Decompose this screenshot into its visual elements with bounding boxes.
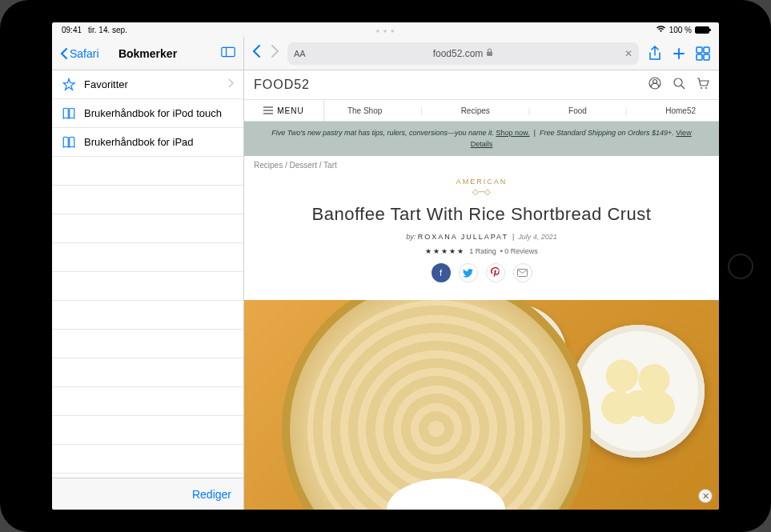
- site-header: FOOD52: [244, 70, 719, 99]
- share-email-button[interactable]: [513, 263, 532, 282]
- close-overlay-button[interactable]: ✕: [698, 489, 713, 503]
- nav-recipes[interactable]: Recipes: [453, 106, 498, 115]
- hamburger-icon: [263, 106, 273, 114]
- review-count[interactable]: 0 Reviews: [504, 247, 538, 255]
- screen: 09:41 tir. 14. sep. 100 % Safari: [52, 22, 719, 510]
- text-size-button[interactable]: AA: [294, 49, 306, 58]
- promo-text-1: Five Two's new pastry mat has tips, rule…: [271, 129, 494, 137]
- svg-rect-3: [697, 47, 702, 53]
- multitask-handle[interactable]: ● ● ●: [376, 27, 396, 34]
- nav-back-button[interactable]: [252, 44, 262, 62]
- browser-toolbar: AA food52.com ✕: [244, 37, 719, 70]
- search-icon[interactable]: [673, 77, 685, 93]
- sidebar-item-favorites[interactable]: Favoritter: [52, 70, 243, 99]
- share-pinterest-button[interactable]: [486, 263, 505, 282]
- svg-point-11: [701, 87, 702, 89]
- tabs-button[interactable]: [695, 46, 711, 62]
- svg-rect-0: [222, 47, 235, 56]
- site-logo[interactable]: FOOD52: [254, 78, 310, 92]
- share-facebook-button[interactable]: f: [432, 263, 451, 282]
- stop-reload-button[interactable]: ✕: [624, 48, 632, 59]
- svg-rect-6: [704, 54, 709, 60]
- promo-shop-link[interactable]: Shop now.: [496, 129, 530, 137]
- list-item: [52, 214, 243, 243]
- by-label: by:: [406, 233, 416, 241]
- menu-button[interactable]: MENU: [244, 100, 324, 121]
- edit-button[interactable]: Rediger: [192, 488, 231, 501]
- recipe-hero-image: ✕: [244, 300, 719, 510]
- address-bar[interactable]: AA food52.com ✕: [287, 42, 639, 65]
- banana-plate: [572, 325, 705, 458]
- star-icon: [62, 78, 76, 92]
- back-to-safari-button[interactable]: Safari: [60, 47, 99, 60]
- recipe-category-tag[interactable]: AMERICAN: [260, 178, 703, 186]
- ornament-icon: ◇─◇: [260, 187, 703, 196]
- list-item: [52, 157, 243, 186]
- cart-icon[interactable]: [697, 77, 709, 93]
- wifi-icon: [656, 25, 666, 34]
- list-item: [52, 445, 243, 474]
- recipe-date: July 4, 2021: [518, 233, 557, 241]
- nav-food[interactable]: Food: [560, 106, 595, 115]
- list-item: [52, 272, 243, 301]
- breadcrumb[interactable]: Recipes / Dessert / Tart: [244, 156, 719, 174]
- back-label: Safari: [70, 47, 99, 60]
- promo-banner: Five Two's new pastry mat has tips, rule…: [244, 122, 719, 156]
- promo-text-2: Free Standard Shipping on Orders $149+.: [540, 129, 674, 137]
- book-icon: [62, 106, 76, 121]
- sidebar-item-label: Favoritter: [84, 78, 128, 90]
- list-item: [52, 387, 243, 416]
- sidebar-item-label: Brukerhåndbok for iPad: [84, 136, 194, 148]
- sidebar-item-ipad-guide[interactable]: Brukerhåndbok for iPad: [52, 128, 243, 157]
- nav-home52[interactable]: Home52: [657, 106, 704, 115]
- status-time: 09:41: [62, 26, 82, 34]
- menu-label: MENU: [277, 106, 303, 115]
- battery-percent: 100 %: [669, 26, 692, 34]
- address-text: food52.com: [433, 48, 484, 59]
- account-icon[interactable]: [649, 77, 661, 93]
- recipe-author[interactable]: ROXANA JULLAPAT: [418, 233, 508, 241]
- rating-count[interactable]: 1 Rating: [469, 247, 496, 255]
- battery-icon: [695, 26, 709, 34]
- content-area: AA food52.com ✕: [244, 37, 719, 510]
- sidebar-item-label: Brukerhåndbok for iPod touch: [84, 107, 222, 119]
- bookmarks-sidebar: Safari Bokmerker Favoritter: [52, 37, 244, 510]
- chevron-right-icon: [227, 78, 234, 90]
- list-item: [52, 416, 243, 445]
- share-twitter-button[interactable]: [459, 263, 478, 282]
- book-icon: [62, 135, 76, 150]
- svg-point-9: [674, 78, 682, 86]
- rating-stars-icon[interactable]: ★★★★★: [425, 247, 465, 255]
- sidebar-title: Bokmerker: [118, 47, 177, 60]
- recipe-title: Banoffee Tart With Rice Shortbread Crust: [260, 204, 703, 225]
- svg-rect-2: [487, 51, 492, 56]
- home-button[interactable]: [728, 254, 753, 279]
- recipe-header: AMERICAN ◇─◇ Banoffee Tart With Rice Sho…: [244, 174, 719, 300]
- status-date: tir. 14. sep.: [88, 26, 127, 34]
- list-item: [52, 358, 243, 387]
- svg-rect-4: [704, 47, 709, 53]
- svg-line-10: [681, 86, 685, 89]
- site-nav: MENU The Shop | Recipes | Food | Home52: [244, 99, 719, 122]
- ipad-device-frame: ● ● ● 09:41 tir. 14. sep. 100 %: [0, 0, 771, 532]
- lock-icon: [486, 48, 493, 59]
- list-item: [52, 243, 243, 272]
- webpage: FOOD52 MENU The Shop: [244, 70, 719, 510]
- new-tab-button[interactable]: [671, 46, 687, 62]
- sidebar-toggle-icon[interactable]: [221, 46, 235, 61]
- nav-forward-button[interactable]: [270, 44, 279, 62]
- sidebar-item-ipod-guide[interactable]: Brukerhåndbok for iPod touch: [52, 99, 243, 128]
- svg-rect-5: [697, 54, 702, 60]
- list-item: [52, 186, 243, 214]
- svg-point-12: [705, 87, 707, 89]
- list-item: [52, 330, 243, 358]
- share-button[interactable]: [647, 46, 663, 62]
- nav-shop[interactable]: The Shop: [339, 106, 390, 115]
- list-item: [52, 301, 243, 330]
